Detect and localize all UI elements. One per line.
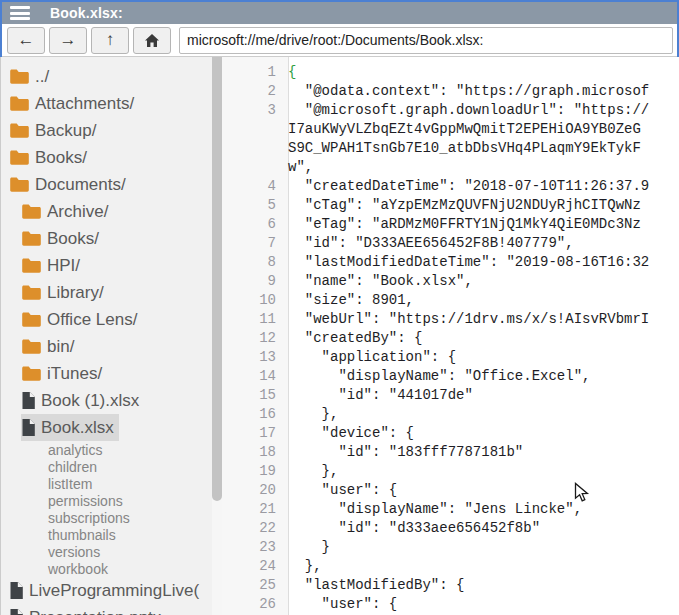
tree-subitem[interactable]: workbook — [48, 560, 222, 577]
back-button[interactable]: ← — [7, 27, 45, 54]
sidebar-scrollbar[interactable] — [212, 57, 222, 615]
code-text: "id": "D333AEE656452F8B!407779", — [288, 234, 574, 253]
forward-button[interactable]: → — [49, 27, 87, 54]
code-line[interactable]: 26 "user": { — [222, 595, 679, 614]
code-line[interactable]: 23 } — [222, 538, 679, 557]
code-text: "id": "d333aee656452f8b" — [288, 519, 540, 538]
code-line[interactable]: 9 "name": "Book.xlsx", — [222, 272, 679, 291]
tree-item-label: LiveProgrammingLive( — [29, 581, 199, 601]
code-text: "@microsoft.graph.downloadUrl": "https:/… — [288, 101, 649, 120]
url-input[interactable] — [179, 27, 673, 54]
forward-arrow-icon: → — [60, 30, 77, 50]
code-line[interactable]: 11 "webUrl": "https://1drv.ms/x/s!AIsvRV… — [222, 310, 679, 329]
code-line[interactable]: 4 "createdDateTime": "2018-07-10T11:26:3… — [222, 177, 679, 196]
tree-folder-item[interactable]: Books/ — [9, 144, 92, 171]
home-icon — [144, 33, 160, 48]
code-line[interactable]: 17 "device": { — [222, 424, 679, 443]
code-line[interactable]: 14 "displayName": "Office.Excel", — [222, 367, 679, 386]
tree-subitem[interactable]: thumbnails — [48, 526, 222, 543]
tree-subitem[interactable]: analytics — [48, 441, 222, 458]
tree-folder-item[interactable]: Archive/ — [21, 198, 113, 225]
tree-subitem[interactable]: versions — [48, 543, 222, 560]
tree-folder-item[interactable]: Library/ — [21, 279, 109, 306]
tree-folder-item[interactable]: Documents/ — [9, 171, 131, 198]
tree-folder-item[interactable]: Office Lens/ — [21, 306, 142, 333]
home-button[interactable] — [133, 27, 171, 54]
tree-item-label: listItem — [48, 476, 92, 492]
line-number — [222, 120, 288, 139]
code-text: "@odata.context": "https://graph.microso… — [288, 82, 649, 101]
code-line[interactable]: 6 "eTag": "aRDMzM0FFRTY1NjQ1MkY4QiE0MDc3… — [222, 215, 679, 234]
code-line[interactable]: 24 }, — [222, 557, 679, 576]
line-number: 8 — [222, 253, 288, 272]
line-number: 23 — [222, 538, 288, 557]
up-button[interactable]: ↑ — [91, 27, 129, 54]
code-line[interactable]: 16 }, — [222, 405, 679, 424]
code-text: }, — [288, 557, 322, 576]
line-number: 18 — [222, 443, 288, 462]
tree-subitem[interactable]: subscriptions — [48, 509, 222, 526]
line-number: 7 — [222, 234, 288, 253]
tree-file-item[interactable]: Presentation.pptx — [9, 604, 166, 615]
file-tree-pane: ../Attachments/Backup/Books/Documents/Ar… — [0, 57, 222, 615]
code-text: "user": { — [288, 595, 397, 614]
tree-folder-item[interactable]: Backup/ — [9, 117, 101, 144]
code-line[interactable]: 19 }, — [222, 462, 679, 481]
menu-icon[interactable] — [10, 6, 30, 20]
folder-icon — [9, 176, 30, 193]
code-line[interactable]: 7 "id": "D333AEE656452F8B!407779", — [222, 234, 679, 253]
tree-folder-item[interactable]: HPI/ — [21, 252, 85, 279]
tree-folder-item[interactable]: iTunes/ — [21, 360, 107, 387]
code-text: { — [288, 63, 296, 82]
folder-icon — [21, 257, 42, 274]
code-text: "name": "Book.xlsx", — [288, 272, 473, 291]
tree-item-label: permissions — [48, 493, 123, 509]
line-number: 3 — [222, 101, 288, 120]
tree-folder-item[interactable]: Attachments/ — [9, 90, 139, 117]
code-line[interactable]: 12 "createdBy": { — [222, 329, 679, 348]
code-line[interactable]: S9C_WPAH1TsnGb7E10_atbDbsVHq4PLaqmY9EkTy… — [222, 139, 679, 158]
code-line[interactable]: 13 "application": { — [222, 348, 679, 367]
code-line[interactable]: 3 "@microsoft.graph.downloadUrl": "https… — [222, 101, 679, 120]
tree-item-label: Book (1).xlsx — [41, 391, 139, 411]
line-number: 26 — [222, 595, 288, 614]
code-line[interactable]: 25 "lastModifiedBy": { — [222, 576, 679, 595]
code-line[interactable]: 15 "id": "441017de" — [222, 386, 679, 405]
code-line[interactable]: 5 "cTag": "aYzpEMzMzQUVFNjU2NDUyRjhCITQw… — [222, 196, 679, 215]
code-text: "size": 8901, — [288, 291, 414, 310]
scrollbar-thumb[interactable] — [212, 57, 222, 501]
tree-subitem[interactable]: children — [48, 458, 222, 475]
code-line[interactable]: 2 "@odata.context": "https://graph.micro… — [222, 82, 679, 101]
line-number: 21 — [222, 500, 288, 519]
line-number: 14 — [222, 367, 288, 386]
code-line[interactable]: w", — [222, 158, 679, 177]
line-number: 6 — [222, 215, 288, 234]
tree-subitem[interactable]: permissions — [48, 492, 222, 509]
code-line[interactable]: 8 "lastModifiedDateTime": "2019-08-16T16… — [222, 253, 679, 272]
tree-folder-item[interactable]: ../ — [9, 63, 54, 90]
code-line[interactable]: 20 "user": { — [222, 481, 679, 500]
file-icon — [21, 391, 36, 410]
file-icon — [9, 608, 24, 615]
code-line[interactable]: 21 "displayName": "Jens Lincke", — [222, 500, 679, 519]
code-line[interactable]: 10 "size": 8901, — [222, 291, 679, 310]
code-line[interactable]: 1{ — [222, 63, 679, 82]
code-text: "application": { — [288, 348, 456, 367]
code-content[interactable]: 1{2 "@odata.context": "https://graph.mic… — [222, 57, 679, 614]
line-number: 5 — [222, 196, 288, 215]
tree-subitem[interactable]: listItem — [48, 475, 222, 492]
tree-folder-item[interactable]: bin/ — [21, 333, 79, 360]
code-line[interactable]: 22 "id": "d333aee656452f8b" — [222, 519, 679, 538]
tree-item-label: versions — [48, 544, 100, 560]
json-editor[interactable]: 1{2 "@odata.context": "https://graph.mic… — [222, 57, 679, 615]
window-titlebar[interactable]: Book.xlsx: — [2, 2, 677, 24]
tree-file-item[interactable]: Book.xlsx — [21, 414, 119, 441]
tree-file-item[interactable]: Book (1).xlsx — [21, 387, 144, 414]
tree-item-label: Office Lens/ — [47, 310, 137, 330]
code-line[interactable]: I7auKWyVLZbqEZt4vGppMwQmitT2EPEHiOA9YB0Z… — [222, 120, 679, 139]
tree-item-label: Presentation.pptx — [29, 608, 161, 615]
line-number: 10 — [222, 291, 288, 310]
code-line[interactable]: 18 "id": "183fff7787181b" — [222, 443, 679, 462]
tree-folder-item[interactable]: Books/ — [21, 225, 104, 252]
tree-file-item[interactable]: LiveProgrammingLive( — [9, 577, 204, 604]
